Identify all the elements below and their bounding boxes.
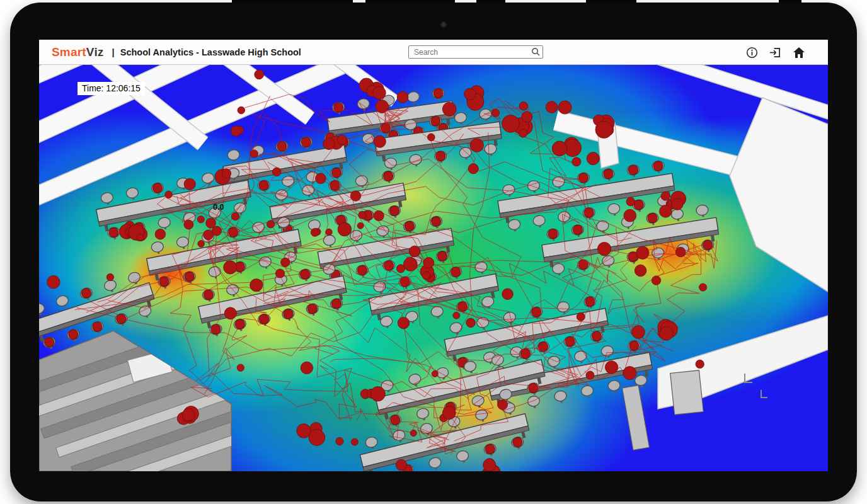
agent-dot <box>546 101 558 113</box>
time-label: Time: 12:06:15 <box>78 82 145 95</box>
stool <box>430 306 444 318</box>
agent-dot <box>184 220 193 229</box>
stool <box>201 172 215 184</box>
agent-dot <box>224 261 237 274</box>
home-button[interactable] <box>793 47 805 59</box>
agent-dot <box>422 272 430 280</box>
stool <box>607 203 621 215</box>
agent-dot <box>336 437 343 445</box>
stool <box>476 316 490 328</box>
agent-dot <box>660 205 672 218</box>
floor-mark <box>761 390 767 398</box>
agent-dot <box>374 210 384 220</box>
agent-dot <box>636 246 649 259</box>
home-icon <box>793 47 805 59</box>
agent-dot <box>326 229 332 235</box>
exit-icon <box>769 47 782 59</box>
stool <box>416 407 430 420</box>
agent-dot <box>587 152 599 165</box>
agent-dot <box>182 409 195 421</box>
agent-dot <box>483 459 496 471</box>
value-annotation: 0.0 <box>213 203 224 212</box>
stool <box>449 321 463 333</box>
stool <box>652 247 665 259</box>
slab <box>670 370 704 415</box>
agent-dot <box>492 109 500 117</box>
agent-dot <box>309 430 325 446</box>
agent-dot <box>357 222 364 229</box>
simulation-viewport[interactable]: Time: 12:06:15 0.0 <box>39 65 828 471</box>
agent-dot <box>301 362 313 374</box>
agent-dot <box>350 191 360 201</box>
agent-dot <box>572 158 581 166</box>
agent-dot <box>699 284 707 291</box>
info-button[interactable] <box>746 47 758 59</box>
agent-dot <box>373 86 386 100</box>
agent-dot <box>231 126 241 136</box>
stool <box>428 456 442 469</box>
stool <box>125 186 139 198</box>
stool <box>357 98 370 110</box>
stool <box>607 379 621 391</box>
stool <box>558 211 571 223</box>
agent-dot <box>696 360 704 368</box>
stool <box>151 241 164 253</box>
agent-dot <box>586 371 594 379</box>
agent-dot <box>661 192 670 200</box>
agent-dot <box>224 307 236 319</box>
stool <box>373 470 387 471</box>
agent-dot <box>623 367 636 380</box>
agent-dot <box>397 91 408 103</box>
agent-dot <box>626 197 635 206</box>
exit-button[interactable] <box>769 47 782 59</box>
agent-dot <box>374 135 386 147</box>
stool <box>100 192 114 203</box>
agent-dot <box>464 88 476 100</box>
agent-dot <box>442 406 456 420</box>
agent-dot <box>519 129 527 137</box>
stool <box>301 184 314 196</box>
stool <box>39 302 45 315</box>
agent-dot <box>237 364 244 371</box>
agent-dot <box>432 370 438 377</box>
agent-dot <box>370 387 385 401</box>
page-title: School Analytics - Lasswade High School <box>120 47 301 57</box>
agent-dot <box>281 258 290 266</box>
agent-dot <box>552 141 567 156</box>
agent-dot <box>558 101 571 114</box>
search-icon[interactable] <box>531 47 540 56</box>
agent-dot <box>624 209 636 222</box>
agent-dot <box>502 289 514 300</box>
agent-dot <box>675 247 686 257</box>
agent-dot <box>106 273 113 280</box>
agent-dot <box>470 139 483 152</box>
agent-dot <box>212 226 221 236</box>
agent-trail <box>263 299 362 420</box>
agent-dot <box>165 191 173 198</box>
stool <box>364 436 378 449</box>
agent-dot <box>337 135 347 144</box>
agent-dot <box>316 173 326 184</box>
agent-dot <box>672 198 683 210</box>
agent-dot <box>605 361 617 374</box>
agent-dot <box>155 229 166 239</box>
agent-dot <box>311 229 319 237</box>
title-separator: | <box>112 47 115 57</box>
search-input[interactable] <box>408 45 543 59</box>
agent-dot <box>351 438 358 445</box>
agent-dot <box>634 265 646 277</box>
agent-dot <box>595 121 612 138</box>
agent-dot <box>338 222 352 236</box>
slab <box>623 386 650 450</box>
stool <box>573 350 587 362</box>
stool <box>508 219 521 231</box>
agent-dot <box>502 115 520 132</box>
agent-dot <box>137 234 144 241</box>
app-logo: SmartViz <box>52 45 104 59</box>
agent-dot <box>423 258 434 268</box>
agent-dot <box>359 211 366 219</box>
agent-dot <box>519 102 528 111</box>
stool <box>552 263 565 275</box>
stool <box>158 217 171 229</box>
logo-secondary: Viz <box>86 45 104 59</box>
